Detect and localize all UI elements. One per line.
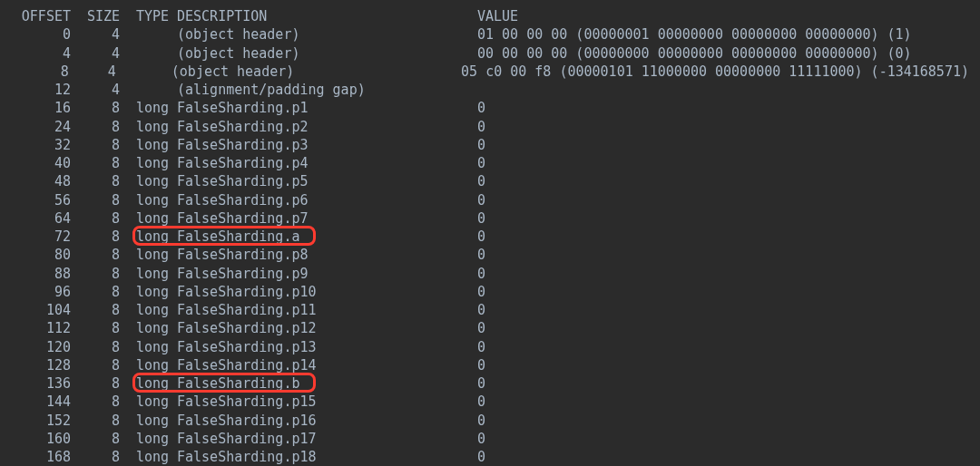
table-row: 1688longFalseSharding.p180 bbox=[11, 448, 969, 466]
table-row: 1128longFalseSharding.p120 bbox=[11, 319, 969, 337]
table-row: 84(object header)05 c0 00 f8 (00000101 1… bbox=[11, 63, 969, 81]
table-row: 1208longFalseSharding.p130 bbox=[11, 338, 969, 356]
cell-size: 8 bbox=[71, 338, 120, 356]
cell-type: long bbox=[120, 154, 169, 172]
cell-offset: 48 bbox=[11, 172, 71, 190]
cell-type: long bbox=[120, 338, 169, 356]
cell-offset: 0 bbox=[11, 25, 71, 44]
cell-offset: 4 bbox=[11, 44, 71, 63]
cell-offset: 152 bbox=[11, 412, 71, 430]
table-row: 1288longFalseSharding.p140 bbox=[11, 356, 969, 374]
cell-type: long bbox=[120, 283, 169, 301]
cell-size: 8 bbox=[71, 118, 120, 136]
cell-value: 0 bbox=[477, 246, 969, 264]
cell-offset: 128 bbox=[11, 356, 71, 374]
table-body: 04(object header)01 00 00 00 (00000001 0… bbox=[11, 25, 969, 466]
cell-description: FalseSharding.p5 bbox=[169, 172, 477, 190]
cell-size: 4 bbox=[69, 63, 116, 81]
cell-value: 0 bbox=[477, 356, 969, 374]
cell-size: 8 bbox=[71, 246, 120, 264]
cell-size: 8 bbox=[71, 374, 120, 393]
table-row: 1528longFalseSharding.p160 bbox=[11, 412, 969, 430]
cell-size: 8 bbox=[71, 228, 120, 246]
cell-description: FalseSharding.a bbox=[169, 228, 477, 246]
cell-offset: 16 bbox=[11, 99, 71, 117]
cell-size: 4 bbox=[71, 44, 120, 63]
cell-value: 0 bbox=[477, 99, 969, 117]
cell-size: 8 bbox=[71, 136, 120, 154]
cell-description: FalseSharding.p1 bbox=[169, 99, 477, 117]
cell-type: long bbox=[120, 99, 169, 117]
cell-description: (object header) bbox=[169, 25, 477, 44]
cell-value: 01 00 00 00 (00000001 00000000 00000000 … bbox=[477, 25, 969, 44]
cell-size: 8 bbox=[71, 301, 120, 319]
cell-value: 0 bbox=[477, 319, 969, 337]
cell-description: FalseSharding.p13 bbox=[169, 338, 477, 356]
table-row: 968longFalseSharding.p100 bbox=[11, 283, 969, 301]
cell-value: 0 bbox=[477, 136, 969, 154]
cell-size: 4 bbox=[71, 25, 120, 44]
cell-description: FalseSharding.p12 bbox=[169, 319, 477, 337]
cell-offset: 24 bbox=[11, 118, 71, 136]
table-row: 648longFalseSharding.p70 bbox=[11, 209, 969, 228]
cell-description: FalseSharding.p9 bbox=[169, 265, 477, 283]
cell-value: 0 bbox=[477, 209, 969, 228]
cell-description: FalseSharding.p10 bbox=[169, 283, 477, 301]
cell-size: 8 bbox=[71, 448, 120, 466]
cell-offset: 160 bbox=[11, 430, 71, 448]
cell-value: 0 bbox=[477, 228, 969, 246]
cell-description: FalseSharding.p3 bbox=[169, 136, 477, 154]
cell-type bbox=[120, 44, 169, 63]
cell-size: 8 bbox=[71, 172, 120, 190]
cell-offset: 32 bbox=[11, 136, 71, 154]
cell-description: FalseSharding.p8 bbox=[169, 246, 477, 264]
cell-description: FalseSharding.p16 bbox=[169, 412, 477, 430]
cell-value: 0 bbox=[477, 430, 969, 448]
cell-description: FalseSharding.p2 bbox=[169, 118, 477, 136]
cell-size: 8 bbox=[71, 430, 120, 448]
table-row: 888longFalseSharding.p90 bbox=[11, 265, 969, 283]
table-row: 1048longFalseSharding.p110 bbox=[11, 301, 969, 319]
cell-type: long bbox=[120, 228, 169, 246]
cell-type: long bbox=[120, 301, 169, 319]
table-row: 1608longFalseSharding.p170 bbox=[11, 430, 969, 448]
table-row: 808longFalseSharding.p80 bbox=[11, 246, 969, 264]
cell-type: long bbox=[120, 265, 169, 283]
cell-size: 4 bbox=[71, 81, 120, 99]
table-header: OFFSET SIZE TYPE DESCRIPTION VALUE bbox=[11, 7, 969, 25]
cell-value: 0 bbox=[477, 154, 969, 172]
cell-type bbox=[116, 63, 163, 81]
cell-value: 00 00 00 00 (00000000 00000000 00000000 … bbox=[477, 44, 969, 63]
cell-type bbox=[120, 81, 169, 99]
cell-offset: 120 bbox=[11, 338, 71, 356]
header-size: SIZE bbox=[71, 7, 120, 25]
cell-size: 8 bbox=[71, 393, 120, 411]
table-row: 728longFalseSharding.a0 bbox=[11, 228, 969, 246]
cell-value: 0 bbox=[477, 283, 969, 301]
table-row: 168longFalseSharding.p10 bbox=[11, 99, 969, 117]
cell-description: FalseSharding.p18 bbox=[169, 448, 477, 466]
cell-type: long bbox=[120, 319, 169, 337]
cell-offset: 136 bbox=[11, 374, 71, 393]
table-row: 04(object header)01 00 00 00 (00000001 0… bbox=[11, 25, 969, 44]
cell-size: 8 bbox=[71, 209, 120, 228]
cell-description: FalseSharding.p17 bbox=[169, 430, 477, 448]
cell-size: 8 bbox=[71, 319, 120, 337]
cell-value: 05 c0 00 f8 (00000101 11000000 00000000 … bbox=[461, 63, 969, 81]
cell-offset: 144 bbox=[11, 393, 71, 411]
cell-value: 0 bbox=[477, 393, 969, 411]
cell-type: long bbox=[120, 136, 169, 154]
cell-value: 0 bbox=[477, 412, 969, 430]
cell-type: long bbox=[120, 172, 169, 190]
table-row: 44(object header)00 00 00 00 (00000000 0… bbox=[11, 44, 969, 63]
cell-offset: 96 bbox=[11, 283, 71, 301]
cell-description: FalseSharding.p7 bbox=[169, 209, 477, 228]
cell-type: long bbox=[120, 412, 169, 430]
cell-type: long bbox=[120, 118, 169, 136]
header-type: TYPE bbox=[120, 7, 169, 25]
cell-type: long bbox=[120, 374, 169, 393]
cell-value: 0 bbox=[477, 338, 969, 356]
cell-type: long bbox=[120, 246, 169, 264]
cell-description: FalseSharding.p4 bbox=[169, 154, 477, 172]
cell-type: long bbox=[120, 356, 169, 374]
